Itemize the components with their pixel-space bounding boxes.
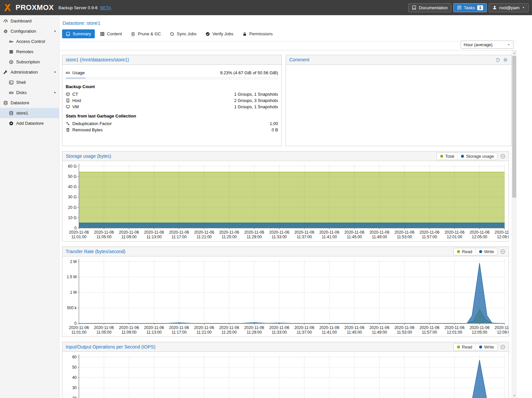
database-icon [3,101,8,105]
svg-text:11:41:00: 11:41:00 [322,330,337,335]
svg-text:12:09:00: 12:09:00 [497,235,509,239]
sidebar-item-subscription[interactable]: Subscription [0,57,59,67]
gear-icon [3,29,8,34]
tab-content[interactable]: Content [96,29,126,38]
sidebar-item-label: Access Control [16,39,45,44]
tab-prune-gc[interactable]: Prune & GC [127,29,164,38]
svg-text:2020-11-06: 2020-11-06 [169,230,189,235]
tab-verify-jobs[interactable]: Verify Jobs [202,29,237,38]
caret-down-icon [513,394,516,397]
svg-text:11:05:00: 11:05:00 [96,330,112,335]
sidebar-item-shell[interactable]: Shell [0,77,59,87]
vertical-scrollbar[interactable] [512,50,517,398]
beta-link[interactable]: BETA [100,5,111,10]
tasks-button[interactable]: Tasks 1 [453,3,487,12]
collapse-icon[interactable] [500,154,505,159]
comment-content[interactable] [286,65,511,146]
legend-item-total[interactable]: Total [437,153,457,160]
terminal-icon [9,80,14,85]
storage-usage-header: Storage usage (bytes) Total Storage usag… [62,151,509,161]
svg-text:11:17:00: 11:17:00 [171,235,187,239]
legend-item-write[interactable]: Write [476,344,497,350]
tab-label: Permissions [249,31,273,36]
wrench-icon [3,70,8,75]
tab-sync-jobs[interactable]: Sync Jobs [166,29,200,38]
sidebar-item-configuration[interactable]: Configuration [0,26,59,36]
svg-text:11:33:00: 11:33:00 [272,330,287,335]
chart-legend: Read Write [453,248,498,255]
svg-text:2020-11-06: 2020-11-06 [470,325,490,330]
caret-up-icon [513,52,516,55]
main-content: Datastore: store1 Summary Content Prune … [59,15,532,398]
svg-text:12:09:00: 12:09:00 [497,330,509,335]
sidebar-item-datastore[interactable]: Datastore [0,98,59,108]
sidebar-item-access-control[interactable]: Access Control [0,36,59,47]
legend-item-read[interactable]: Read [454,248,476,255]
svg-text:11:37:00: 11:37:00 [297,330,312,335]
tasks-label: Tasks [464,5,475,10]
svg-text:11:09:00: 11:09:00 [122,330,137,335]
summary-panel-header: store1 (/mnt/datastores/store1) [62,55,281,65]
svg-text:50 G: 50 G [68,174,77,179]
user-menu-button[interactable]: root@pam [489,3,529,12]
iops-tools: Read Write [453,343,505,351]
product-version: Backup Server 0.9-6 [58,5,98,10]
compress-icon [66,121,70,126]
scrollbar-thumb[interactable] [512,56,516,198]
legend-item-read[interactable]: Read [454,344,476,350]
svg-text:2020-11-06: 2020-11-06 [444,325,465,330]
ct-label: CT [72,92,78,97]
ct-row: CT 1 Groups, 1 Snapshots [62,91,281,97]
legend-item-write[interactable]: Write [476,248,497,255]
collapse-icon[interactable] [500,345,505,349]
host-label: Host [72,98,81,103]
legend-item-storage-usage[interactable]: Storage usage [457,153,497,160]
tab-bar: Summary Content Prune & GC Sync Jobs Ver… [59,26,517,38]
svg-text:2020-11-06: 2020-11-06 [244,325,265,330]
comment-panel-title: Comment [289,57,309,62]
svg-text:2020-11-06: 2020-11-06 [119,230,139,235]
collapse-icon[interactable] [500,249,505,254]
trash-icon [66,128,70,132]
svg-text:11:13:00: 11:13:00 [147,330,162,335]
svg-text:2020-11-06: 2020-11-06 [219,230,239,235]
svg-text:2020-11-06: 2020-11-06 [94,230,114,235]
tab-label: Prune & GC [138,31,161,36]
reload-icon[interactable] [495,57,500,62]
timeframe-select[interactable]: Hour (average) [461,41,514,49]
svg-text:11:05:00: 11:05:00 [96,235,112,239]
svg-text:2020-11-06: 2020-11-06 [219,325,239,330]
usage-progress-fill [66,78,86,79]
svg-text:2020-11-06: 2020-11-06 [344,325,365,330]
svg-text:2020-11-06: 2020-11-06 [444,230,465,235]
settings-icon[interactable] [503,57,508,62]
usage-progress-bar [66,77,278,79]
chevron-right-icon[interactable] [53,91,57,94]
legend-label: Read [462,249,472,254]
chevron-down-icon[interactable] [53,29,57,33]
sidebar-item-disks[interactable]: Disks [0,87,59,98]
chart-legend: Read Write [453,343,498,351]
svg-text:2020-11-06: 2020-11-06 [419,230,440,235]
legend-dot [457,346,460,348]
scroll-down-arrow[interactable] [512,393,517,398]
sidebar-item-label: Add Datastore [16,121,44,126]
sidebar-item-dashboard[interactable]: Dashboard [0,16,59,26]
svg-text:2020-11-06: 2020-11-06 [119,325,139,330]
scroll-up-arrow[interactable] [512,50,517,56]
tab-summary[interactable]: Summary [62,29,95,38]
storage-usage-chart: 010 G20 G30 G40 G50 G60 G2020-11-0611:01… [62,161,509,241]
svg-text:2020-11-06: 2020-11-06 [194,230,214,235]
legend-label: Storage usage [466,154,494,159]
iops-chart: 01020304050602020-11-0611:01:002020-11-0… [62,352,509,398]
transfer-rate-chart: 0500 k1 M1.5 M2 M2020-11-0611:01:002020-… [62,256,509,337]
sidebar-item-add-datastore[interactable]: Add Datastore [0,118,59,128]
documentation-button[interactable]: Documentation [408,3,451,12]
sidebar-item-store1[interactable]: store1 [0,108,59,118]
tab-permissions[interactable]: Permissions [239,29,276,38]
sidebar-item-label: Remotes [16,49,33,54]
svg-text:0: 0 [74,321,77,326]
sidebar-item-administration[interactable]: Administration [0,67,59,77]
sidebar-item-remotes[interactable]: Remotes [0,47,59,57]
chevron-down-icon[interactable] [53,70,57,74]
